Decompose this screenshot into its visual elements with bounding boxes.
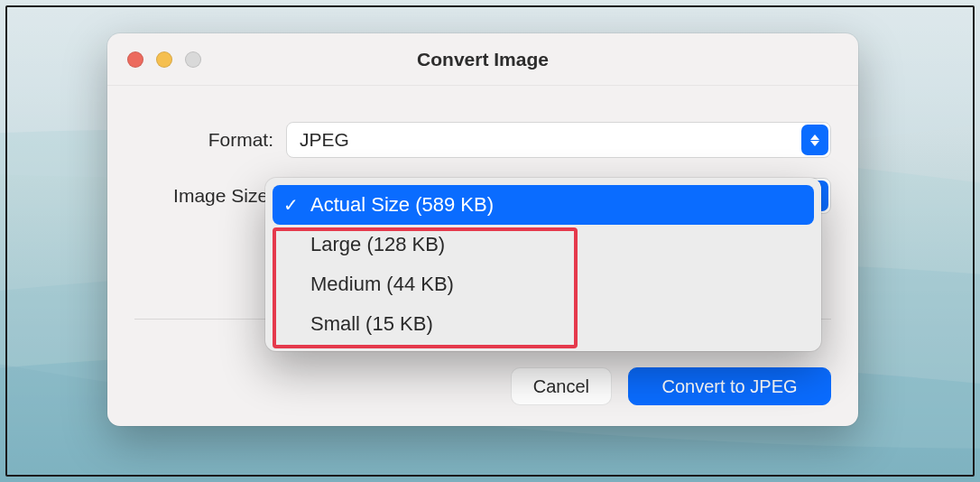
button-row: Cancel Convert to JPEG — [107, 367, 831, 405]
window-controls — [107, 51, 201, 68]
dropdown-item-label: Actual Size (589 KB) — [310, 193, 494, 217]
dropdown-item-label: Medium (44 KB) — [310, 273, 454, 296]
format-select[interactable]: JPEG — [286, 122, 831, 158]
close-button[interactable] — [127, 51, 143, 68]
cancel-button[interactable]: Cancel — [511, 367, 612, 405]
image-size-dropdown: ✓ Actual Size (589 KB) Large (128 KB) Me… — [265, 178, 821, 351]
image-size-label: Image Size: — [134, 185, 286, 207]
maximize-button — [185, 51, 201, 68]
format-value: JPEG — [300, 129, 349, 151]
dropdown-item-small[interactable]: Small (15 KB) — [273, 304, 814, 344]
dropdown-item-label: Small (15 KB) — [310, 312, 433, 336]
dropdown-item-large[interactable]: Large (128 KB) — [273, 225, 814, 264]
convert-button[interactable]: Convert to JPEG — [628, 367, 831, 405]
titlebar: Convert Image — [107, 33, 858, 86]
dropdown-item-medium[interactable]: Medium (44 KB) — [273, 264, 814, 304]
updown-stepper-icon — [801, 125, 828, 155]
format-label: Format: — [134, 129, 286, 151]
minimize-button[interactable] — [156, 51, 172, 68]
convert-image-dialog: Convert Image Format: JPEG Image Size: — [107, 33, 858, 426]
dropdown-item-actual-size[interactable]: ✓ Actual Size (589 KB) — [273, 185, 814, 225]
dropdown-item-label: Large (128 KB) — [310, 233, 445, 256]
format-row: Format: JPEG — [134, 122, 831, 158]
checkmark-icon: ✓ — [283, 194, 299, 216]
window-title: Convert Image — [107, 49, 858, 70]
